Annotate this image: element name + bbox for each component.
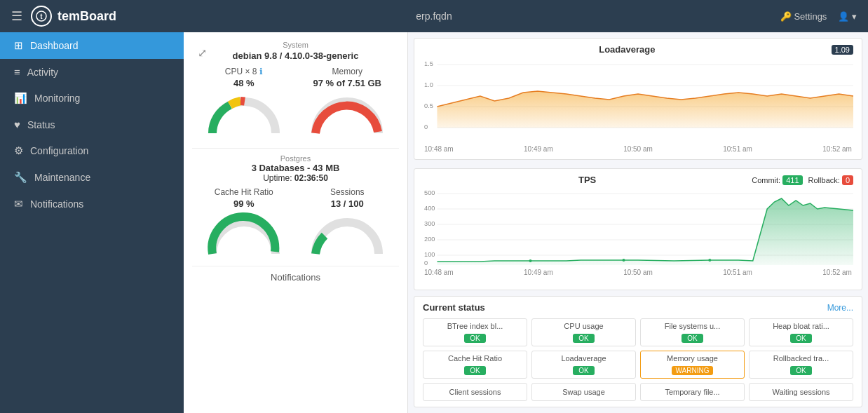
cpu-value: 48 % — [194, 78, 294, 88]
loadaverage-title: Loadaverage — [423, 44, 832, 55]
sessions-metric: Sessions 13 / 100 — [297, 187, 397, 209]
sidebar-item-status[interactable]: ♥ Status — [0, 111, 184, 137]
status-temp-file: Temporary file... — [640, 383, 745, 401]
svg-text:400: 400 — [424, 205, 435, 212]
status-row-3: Client sessions Swap usage Temporary fil… — [423, 383, 853, 401]
status-filesystems: File systems u... OK — [640, 318, 745, 346]
svg-text:t: t — [40, 13, 43, 20]
cache-hit-value: 99 % — [194, 198, 294, 209]
charts-area: Loadaverage 1.09 1.5 1.0 0.5 0 — [408, 32, 868, 293]
notifications-icon: ✉ — [14, 198, 23, 210]
settings-link[interactable]: 🔑 Settings — [780, 11, 827, 22]
postgres-gauges — [192, 212, 399, 257]
tps-svg: 500 400 300 200 100 0 — [423, 188, 853, 265]
svg-text:0: 0 — [424, 123, 428, 130]
status-header: Current status More... — [423, 302, 853, 313]
status-row-1: BTree index bl... OK CPU usage OK File s… — [423, 318, 853, 346]
svg-text:0: 0 — [424, 259, 428, 265]
svg-text:1.5: 1.5 — [424, 60, 433, 67]
status-more-link[interactable]: More... — [827, 303, 853, 313]
svg-text:300: 300 — [424, 220, 435, 227]
sidebar-item-notifications[interactable]: ✉ Notifications — [0, 191, 184, 217]
postgres-metrics-labels: Cache Hit Ratio 99 % Sessions 13 / 100 — [192, 187, 399, 209]
svg-text:500: 500 — [424, 189, 435, 196]
tps-chart-card: TPS Commit: 411 Rollback: 0 500 400 300 … — [414, 168, 862, 290]
sidebar-item-activity[interactable]: ≡ Activity — [0, 59, 184, 85]
commit-value: 411 — [782, 175, 802, 185]
notifications-section: Notifications — [192, 266, 399, 285]
system-header: System — [192, 41, 399, 49]
expand-icon[interactable]: ⤢ — [198, 46, 207, 60]
hostname: erp.fqdn — [416, 11, 452, 22]
sidebar-item-label: Dashboard — [30, 40, 79, 51]
sidebar-item-label: Configuration — [30, 145, 88, 156]
status-badge-btree: OK — [464, 334, 485, 343]
svg-point-23 — [708, 259, 711, 262]
status-badge-memory: WARNING — [672, 366, 714, 375]
status-client-sessions: Client sessions — [423, 383, 527, 401]
svg-point-22 — [622, 259, 625, 262]
notifications-title: Notifications — [192, 272, 399, 283]
status-swap-usage: Swap usage — [531, 383, 636, 401]
sessions-value: 13 / 100 — [297, 198, 397, 209]
sidebar-item-label: Maintenance — [34, 172, 90, 183]
postgres-info: 3 Databases - 43 MB — [192, 163, 399, 173]
svg-point-21 — [529, 259, 531, 262]
cpu-info-icon[interactable]: ℹ — [259, 67, 263, 76]
postgres-section: Postgres 3 Databases - 43 MB Uptime: 02:… — [192, 148, 399, 260]
brand-logo: t temBoard — [31, 6, 116, 27]
cache-hit-metric: Cache Hit Ratio 99 % — [194, 187, 294, 209]
commit-label: Commit: 411 — [752, 176, 802, 184]
tps-title: TPS — [423, 175, 752, 185]
rollback-value: 0 — [842, 175, 853, 185]
monitoring-icon: 📊 — [14, 92, 27, 104]
current-status-area: Current status More... BTree index bl...… — [414, 296, 862, 407]
configuration-icon: ⚙ — [14, 144, 23, 157]
main-layout: ⊞ Dashboard ≡ Activity 📊 Monitoring ♥ St… — [0, 32, 868, 413]
loadaverage-chart-header: Loadaverage 1.09 — [423, 44, 853, 55]
activity-icon: ≡ — [14, 66, 20, 78]
cpu-label: CPU × 8 ℹ — [194, 67, 294, 76]
status-badge-cpu: OK — [573, 334, 594, 343]
status-waiting-sessions: Waiting sessions — [749, 383, 853, 401]
right-panel: Loadaverage 1.09 1.5 1.0 0.5 0 — [408, 32, 868, 413]
sidebar-item-label: Notifications — [30, 198, 83, 210]
memory-metric: Memory 97 % of 7.51 GB — [297, 67, 397, 88]
status-badge-heap: OK — [790, 334, 811, 343]
topnav: ☰ t temBoard erp.fqdn 🔑 Settings 👤 ▾ — [0, 0, 868, 32]
sidebar-item-monitoring[interactable]: 📊 Monitoring — [0, 85, 184, 111]
sidebar-item-label: Activity — [27, 67, 58, 78]
status-row-2: Cache Hit Ratio OK Loadaverage OK Memory… — [423, 351, 853, 379]
logo-icon: t — [31, 6, 52, 27]
loadaverage-axis: 10:48 am 10:49 am 10:50 am 10:51 am 10:5… — [423, 145, 853, 153]
sidebar-item-configuration[interactable]: ⚙ Configuration — [0, 137, 184, 164]
sidebar-item-label: Monitoring — [34, 93, 80, 104]
dashboard-content: ⤢ System debian 9.8 / 4.10.0-38-generic … — [184, 32, 868, 413]
topnav-right: 🔑 Settings 👤 ▾ — [780, 11, 857, 22]
main-content: ⤢ System debian 9.8 / 4.10.0-38-generic … — [184, 32, 868, 413]
loadaverage-badge: 1.09 — [832, 45, 853, 55]
left-panel: ⤢ System debian 9.8 / 4.10.0-38-generic … — [184, 32, 408, 413]
status-badge-cache: OK — [464, 366, 485, 375]
status-badge-rollback: OK — [790, 366, 811, 375]
status-icon: ♥ — [14, 119, 20, 130]
status-title: Current status — [423, 302, 485, 313]
status-cpu-usage: CPU usage OK — [531, 318, 636, 346]
maintenance-icon: 🔧 — [14, 171, 27, 184]
postgres-uptime: Uptime: 02:36:50 — [192, 173, 399, 183]
svg-text:100: 100 — [424, 251, 435, 258]
status-loadavg: Loadaverage OK — [531, 351, 636, 379]
svg-text:200: 200 — [424, 236, 435, 243]
hamburger-menu[interactable]: ☰ — [11, 8, 22, 24]
memory-value: 97 % of 7.51 GB — [297, 78, 397, 88]
system-section: ⤢ System debian 9.8 / 4.10.0-38-generic … — [192, 41, 399, 140]
status-memory-usage: Memory usage WARNING — [640, 351, 745, 379]
user-menu[interactable]: 👤 ▾ — [838, 11, 857, 22]
status-rollbacked: Rollbacked tra... OK — [749, 351, 853, 379]
cache-hit-gauge — [205, 212, 283, 257]
system-name: debian 9.8 / 4.10.0-38-generic — [192, 50, 399, 61]
sidebar-item-dashboard[interactable]: ⊞ Dashboard — [0, 32, 184, 59]
rollback-label: Rollback: 0 — [808, 176, 853, 184]
sidebar-item-maintenance[interactable]: 🔧 Maintenance — [0, 164, 184, 191]
status-badge-fs: OK — [681, 334, 703, 343]
